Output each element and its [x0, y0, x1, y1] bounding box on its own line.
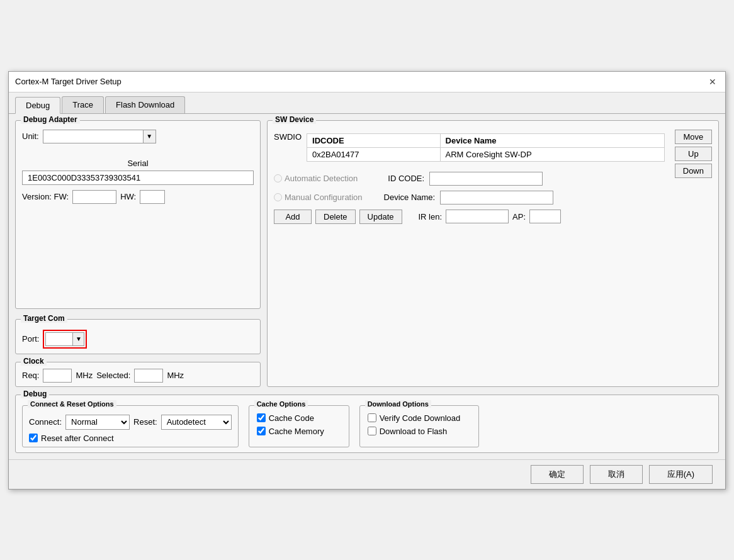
clock-row: Req: 4 MHz Selected: 4 MHz [22, 369, 254, 383]
version-label: Version: FW: [22, 192, 69, 201]
mhz2-label: MHz [167, 371, 184, 380]
th-device-name: Device Name [440, 133, 664, 147]
clock-group: Clock Req: 4 MHz Selected: 4 MHz [15, 362, 261, 387]
footer: 确定 取消 应用(A) [9, 459, 725, 489]
debug-adapter-group: Debug Adapter Unit: ST-LINK/V2 ▼ Serial … [15, 120, 261, 309]
ir-len-input[interactable] [446, 210, 509, 223]
connect-row: Connect: Normal Reset: Autodetect [29, 415, 232, 430]
cache-memory-label: Cache Memory [269, 427, 324, 436]
unit-dropdown-btn[interactable]: ▼ [144, 130, 156, 143]
selected-label: Selected: [96, 371, 130, 380]
download-to-flash-checkbox[interactable] [368, 427, 376, 435]
id-code-label: ID CODE: [388, 174, 424, 183]
delete-button[interactable]: Delete [315, 210, 356, 224]
table-row[interactable]: 0x2BA01477 ARM CoreSight SW-DP [307, 147, 665, 161]
serial-box: Serial 1E003C000D33353739303541 [22, 159, 254, 185]
manual-config-label: Manual Configuration [274, 193, 363, 202]
port-row: Port: SW ▼ [22, 330, 254, 349]
tab-flash-download[interactable]: Flash Download [105, 96, 185, 113]
tabs-bar: Debug Trace Flash Download [9, 92, 725, 114]
port-label: Port: [22, 334, 39, 344]
tab-debug[interactable]: Debug [15, 97, 60, 114]
port-select-container: SW ▼ [43, 330, 87, 349]
target-com-label: Target Com [21, 314, 67, 323]
connect-reset-group: Connect & Reset Options Connect: Normal … [22, 405, 239, 447]
download-to-flash-label: Download to Flash [380, 427, 448, 436]
cancel-button[interactable]: 取消 [590, 465, 643, 484]
reset-select-input[interactable]: Autodetect [162, 415, 231, 429]
sw-device-group: SW Device SWDIO IDCODE Device Name [267, 120, 719, 387]
download-options-label: Download Options [365, 400, 431, 408]
serial-label: Serial [22, 159, 254, 168]
ap-label: AP: [512, 212, 526, 221]
unit-label: Unit: [22, 132, 39, 141]
reset-select[interactable]: Autodetect [161, 415, 232, 430]
hw-input[interactable]: V2 [140, 190, 165, 204]
req-input[interactable]: 4 [43, 369, 72, 383]
unit-input[interactable]: ST-LINK/V2 [43, 130, 144, 143]
cache-memory-row: Cache Memory [257, 427, 341, 436]
cache-memory-checkbox[interactable] [257, 427, 266, 435]
mhz1-label: MHz [76, 371, 93, 380]
hw-label: HW: [120, 192, 136, 201]
ir-len-label: IR len: [419, 212, 443, 221]
connect-select-input[interactable]: Normal [66, 415, 129, 429]
update-button[interactable]: Update [359, 210, 402, 224]
port-dropdown-btn[interactable]: ▼ [73, 332, 84, 346]
auto-detection-radio[interactable] [274, 174, 282, 182]
move-button[interactable]: Move [675, 130, 712, 144]
fw-input[interactable]: V2J40S7 [72, 190, 116, 204]
apply-button[interactable]: 应用(A) [649, 465, 713, 484]
reset-after-connect-row: Reset after Connect [29, 434, 232, 443]
serial-value: 1E003C000D33353739303541 [22, 171, 254, 185]
up-button[interactable]: Up [675, 147, 712, 161]
sw-buttons: Move Up Down [675, 130, 712, 224]
ap-input[interactable]: 0 [529, 210, 561, 223]
cache-code-label: Cache Code [269, 413, 314, 423]
content-area: Debug Adapter Unit: ST-LINK/V2 ▼ Serial … [9, 114, 725, 459]
sw-device-inner: SWDIO IDCODE Device Name [274, 130, 665, 162]
debug-bottom-group: Debug Connect & Reset Options Connect: N… [15, 395, 719, 453]
selected-input[interactable]: 4 [134, 369, 163, 383]
port-input[interactable]: SW [45, 332, 73, 346]
table-wrapper: IDCODE Device Name 0x2BA01477 ARM CoreSi… [307, 130, 665, 162]
unit-select-container: ST-LINK/V2 ▼ [43, 130, 156, 143]
verify-code-row: Verify Code Download [368, 413, 471, 423]
sw-device-label: SW Device [273, 115, 316, 124]
version-row: Version: FW: V2J40S7 HW: V2 [22, 190, 254, 204]
unit-row: Unit: ST-LINK/V2 ▼ [22, 130, 254, 143]
download-options-group: Download Options Verify Code Download Do… [359, 405, 479, 447]
detection-row: Automatic Detection ID CODE: [274, 172, 665, 186]
cache-code-checkbox[interactable] [257, 413, 266, 422]
id-code-input[interactable] [429, 172, 543, 186]
td-idcode: 0x2BA01477 [307, 147, 441, 161]
top-row: Debug Adapter Unit: ST-LINK/V2 ▼ Serial … [15, 120, 719, 387]
req-label: Req: [22, 371, 39, 380]
td-device-name: ARM CoreSight SW-DP [440, 147, 664, 161]
device-name-input[interactable] [440, 191, 553, 204]
cache-options-label: Cache Options [254, 400, 308, 408]
window-title: Cortex-M Target Driver Setup [15, 77, 121, 86]
download-to-flash-row: Download to Flash [368, 427, 471, 436]
manual-config-radio[interactable] [274, 193, 282, 201]
close-button[interactable]: ✕ [706, 76, 719, 88]
debug-bottom-label: Debug [21, 389, 49, 398]
target-com-group: Target Com Port: SW ▼ [15, 319, 261, 354]
connect-select[interactable]: Normal [65, 415, 130, 430]
down-button[interactable]: Down [675, 164, 712, 178]
connect-reset-label: Connect & Reset Options [28, 400, 116, 408]
reset-after-connect-checkbox[interactable] [29, 434, 38, 442]
add-button[interactable]: Add [274, 210, 312, 224]
tab-trace[interactable]: Trace [62, 96, 104, 113]
reset-after-connect-label: Reset after Connect [41, 434, 114, 443]
verify-code-checkbox[interactable] [368, 413, 376, 422]
th-idcode: IDCODE [307, 133, 441, 147]
cache-options-group: Cache Options Cache Code Cache Memory [249, 405, 349, 447]
ok-button[interactable]: 确定 [531, 465, 584, 484]
title-bar: Cortex-M Target Driver Setup ✕ [9, 72, 725, 92]
auto-detection-label: Automatic Detection [274, 174, 358, 183]
sw-table: IDCODE Device Name 0x2BA01477 ARM CoreSi… [307, 133, 665, 162]
swdio-label: SWDIO [274, 130, 302, 162]
connect-label: Connect: [29, 417, 62, 427]
verify-code-label: Verify Code Download [380, 413, 461, 423]
